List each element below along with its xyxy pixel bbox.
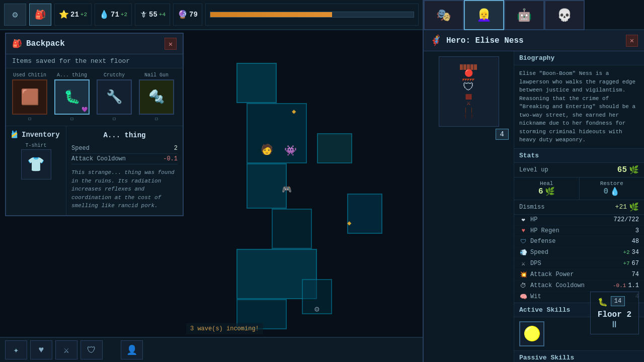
bp-item-1-box[interactable]: 🐛 💜: [54, 79, 90, 115]
hero-level-badge: 4: [496, 129, 509, 140]
restore-val: 0: [603, 187, 608, 196]
hero-header-icon: 🦸: [430, 34, 442, 47]
attack-button[interactable]: ⚔: [55, 340, 77, 359]
stat-gem: 🔮 79: [173, 4, 202, 26]
inv-item-tshirt-label: T-shirt: [25, 143, 46, 148]
settings-button[interactable]: ⚙: [4, 4, 26, 26]
backpack-button[interactable]: 🎒: [29, 4, 51, 26]
item-stat-speed-name: Speed: [71, 145, 90, 152]
stat-dps: ⚔ DPS +7 67: [514, 258, 644, 269]
hero-select-button[interactable]: 👤: [121, 340, 143, 359]
speed-val: 34: [632, 249, 639, 256]
item-stat-cooldown-val: -0.1: [163, 155, 178, 162]
map-entity: ◆: [292, 107, 296, 116]
item-stat-speed: Speed 2: [71, 143, 178, 154]
dismiss-row: Dismiss +21 🌿: [514, 200, 644, 215]
bottom-toolbar: ✦ ♥ ⚔ 🛡 👤: [0, 337, 423, 362]
bp-item-3[interactable]: Nail Gun 🔩 ◻: [137, 72, 176, 122]
stat-hp-regen: ♥ HP Regen 3: [514, 226, 644, 236]
bp-item-1-slot: ◻: [70, 116, 73, 122]
biography-text: Elise "Boon-Boom" Ness is a lawperson wh…: [514, 65, 644, 149]
dps-mod: +7: [623, 260, 629, 266]
map-area: 🧑👾◆◆🎮⚙: [181, 33, 423, 354]
stat-hp: ❤ HP 722/722: [514, 215, 644, 226]
attack-icon: ⭐: [59, 10, 69, 20]
map-room-5: [317, 133, 352, 163]
item-detail: A... thing Speed 2 Attack Cooldown -0.1 …: [66, 126, 183, 215]
defense-icon: 🛡: [519, 238, 527, 245]
inventory-section: 🎽 Inventory T-shirt 👕 A... thing Speed 2…: [6, 126, 183, 215]
map-room-0: [236, 63, 277, 103]
stat-sword-val: 55: [149, 11, 157, 19]
stat-defense: 🛡 Defense 48: [514, 236, 644, 247]
hp-icon: ❤: [519, 216, 527, 224]
defend-button[interactable]: 🛡: [80, 340, 103, 359]
stat-attack-val: 21: [70, 11, 79, 19]
level-up-row: Level up 65 🌿: [514, 163, 644, 177]
bp-item-2[interactable]: Crutchy 🔧 ◻: [95, 72, 134, 122]
item-detail-name: A... thing: [71, 131, 178, 139]
top-hud: ⚙ 🎒 ⭐ 21 +2 💧 71 +2 🗡 55 +4 🔮 79: [0, 0, 423, 30]
inv-item-tshirt[interactable]: T-shirt 👕: [10, 143, 62, 179]
map-room-2: [247, 163, 287, 209]
backpack-title-text: Backpack: [26, 39, 65, 48]
level-up-icon: 🌿: [629, 165, 639, 175]
stat-sword: 🗡 55 +4: [135, 4, 170, 26]
backpack-header: 🎒 Backpack ✕: [6, 34, 183, 54]
biography-label: Biography: [514, 51, 644, 65]
map-entity: 🧑: [261, 143, 273, 156]
bp-item-1[interactable]: A... thing 🐛 💜 ◻: [52, 72, 92, 122]
hero-tab-1[interactable]: 👱‍♀️: [464, 0, 504, 30]
bp-item-3-slot: ◻: [155, 116, 158, 122]
dismiss-icon: 🌿: [629, 202, 639, 212]
hero-header: 🦸 Hero: Elise Ness ✕: [424, 30, 644, 51]
stat-attack-cooldown: ⏱ Attack Cooldown -0.1 1.1: [514, 281, 644, 292]
level-up-val: 65: [617, 165, 627, 174]
attack-cooldown-mod: -0.1: [613, 283, 626, 289]
bp-item-3-label: Nail Gun: [137, 72, 176, 78]
hero-close-button[interactable]: ✕: [626, 35, 638, 47]
attack-power-icon: 💥: [519, 271, 527, 279]
inv-item-tshirt-box[interactable]: 👕: [21, 149, 51, 179]
heal-box: Heal 6 🌿: [514, 177, 580, 200]
stat-sword-plus: +4: [159, 12, 166, 18]
floor-val: Floor 2: [598, 310, 631, 319]
stats-label: Stats: [514, 149, 644, 163]
bp-item-2-slot: ◻: [113, 116, 116, 122]
inventory-icon: 🎽: [10, 130, 19, 139]
defense-name: Defense: [530, 238, 632, 245]
xp-bar-fill: [210, 12, 332, 17]
hero-tab-0[interactable]: 🎭: [424, 0, 464, 30]
map-room-3: [272, 209, 312, 249]
speed-icon: 💨: [519, 249, 527, 256]
active-skill-0[interactable]: 🟡: [519, 321, 544, 346]
pause-button[interactable]: ⏸: [598, 319, 631, 330]
bp-item-0-label: Used Chitin: [10, 72, 49, 78]
hp-name: HP: [530, 216, 614, 223]
backpack-close-button[interactable]: ✕: [165, 38, 177, 50]
hero-tab-3[interactable]: 💀: [544, 0, 585, 30]
hero-tab-2[interactable]: 🤖: [504, 0, 544, 30]
gem-icon: 🔮: [178, 10, 188, 20]
attack-cooldown-val: 1.1: [628, 282, 639, 289]
dps-val: 67: [632, 260, 639, 267]
dismiss-label: Dismiss: [519, 204, 544, 211]
bp-item-3-box[interactable]: 🔩: [139, 79, 174, 115]
xp-bar: [210, 12, 414, 18]
heal-icon: 🌿: [545, 187, 555, 197]
stat-attack: ⭐ 21 +2: [54, 4, 92, 26]
hp-regen-icon: ♥: [519, 227, 527, 234]
speed-name: Speed: [530, 249, 623, 256]
heal-val: 6: [538, 187, 543, 196]
heal-button[interactable]: ♥: [30, 340, 52, 359]
move-button[interactable]: ✦: [5, 340, 27, 359]
bp-item-0[interactable]: Used Chitin 🟫 ◻: [10, 72, 49, 122]
restore-icon: 💧: [610, 187, 620, 197]
speed-mod: +2: [623, 249, 629, 255]
bp-item-2-box[interactable]: 🔧: [97, 79, 132, 115]
floor-badge: 14: [611, 296, 625, 306]
attack-cooldown-name: Attack Cooldown: [530, 282, 613, 289]
bp-item-0-box[interactable]: 🟫: [12, 79, 47, 115]
bp-item-1-label: A... thing: [52, 72, 92, 78]
backpack-panel: 🎒 Backpack ✕ Items saved for the next fl…: [5, 33, 184, 216]
